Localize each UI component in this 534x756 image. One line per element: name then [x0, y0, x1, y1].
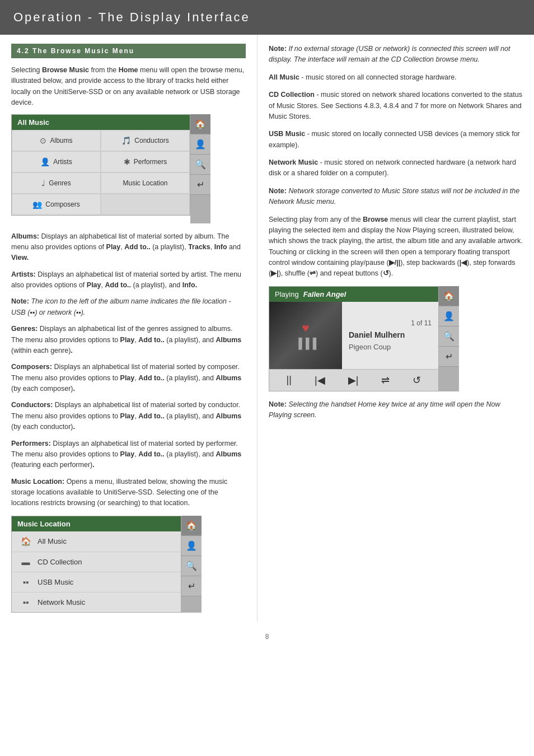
playing-artist: Daniel Mulhern [349, 330, 432, 339]
cd-collection-icon: ▬ [20, 557, 32, 567]
sidebar-search-btn[interactable]: 🔍 [190, 155, 210, 175]
page-header: Operation - The Display Interface [0, 0, 534, 35]
cd-collection-item-label: CD Collection [38, 558, 82, 566]
play-text: Selecting play from any of the Browse me… [269, 214, 523, 279]
playing-back-btn[interactable]: ↵ [439, 347, 459, 367]
network-music-desc: Network Music - music stored on network … [269, 157, 523, 179]
all-music-item-label: All Music [38, 537, 67, 545]
performers-icon: ✱ [124, 157, 130, 166]
music-loc-search-btn[interactable]: 🔍 [181, 556, 202, 576]
conductors-icon: 🎵 [121, 136, 131, 145]
playing-box: Playing Fallen Angel ♥ ▐▐▐ 1 of 11 Danie… [269, 286, 439, 391]
all-music-box: All Music ⊙ Albums 🎵 Conductors [11, 114, 190, 216]
note2: Note: Network storage converted to Music… [269, 186, 523, 208]
performers-label-bold: Performers: [11, 440, 51, 447]
performers-para: Performers: Displays an alphabetical lis… [11, 438, 246, 471]
music-location-para: Music Location: Opens a menu, illustrate… [11, 477, 246, 509]
note1: Note: If no external storage (USB or net… [269, 44, 523, 66]
network-music-item-label: Network Music [38, 598, 85, 606]
artists-icon: 👤 [40, 157, 50, 166]
menu-row-3: ♩ Genres Music Location [12, 172, 190, 194]
albums-para: Albums: Displays an alphabetical list of… [11, 231, 246, 264]
usb-music-item[interactable]: ▪▪ USB Music [12, 572, 181, 592]
playing-content: ♥ ▐▐▐ 1 of 11 Daniel Mulhern Pigeon Coup [269, 302, 438, 369]
sidebar-user-btn[interactable]: 👤 [190, 134, 210, 155]
all-music-header: All Music [12, 115, 190, 130]
note-icon-bold: Note: [11, 297, 29, 305]
genres-label-bold: Genres: [11, 325, 38, 333]
menu-cell-composers[interactable]: 👥 Composers [12, 194, 101, 215]
all-music-sidebar: 🏠 👤 🔍 ↵ [190, 114, 210, 223]
intro-paragraph: Selecting Browse Music from the Home men… [11, 65, 246, 109]
composers-icon: 👥 [32, 200, 42, 209]
playing-user-btn[interactable]: 👤 [439, 306, 459, 326]
genres-icon: ♩ [41, 179, 45, 188]
menu-row-2: 👤 Artists ✱ Performers [12, 151, 190, 172]
all-music-menu-box: All Music ⊙ Albums 🎵 Conductors [11, 114, 190, 223]
music-location-box: Music Location 🏠 All Music ▬ CD Collecti… [11, 516, 181, 613]
all-music-menu-container: All Music ⊙ Albums 🎵 Conductors [11, 114, 202, 223]
cd-collection-item[interactable]: ▬ CD Collection [12, 552, 181, 572]
pause-btn[interactable]: || [283, 374, 295, 386]
music-location-label: Music Location [123, 179, 167, 187]
albums-label-bold: Albums: [11, 232, 39, 240]
playing-home-btn[interactable]: 🏠 [439, 286, 459, 306]
repeat-btn[interactable]: ↺ [409, 374, 424, 386]
shuffle-btn[interactable]: ⇌ [378, 374, 393, 386]
step-back-btn[interactable]: |◀ [311, 374, 329, 386]
genres-para: Genres: Displays an alphabetical list of… [11, 324, 246, 356]
menu-cell-genres[interactable]: ♩ Genres [12, 172, 101, 194]
note-icon-text: The icon to the left of the album name i… [11, 297, 231, 316]
music-loc-home-btn[interactable]: 🏠 [181, 516, 202, 536]
usb-music-item-label: USB Music [38, 578, 73, 586]
conductors-label-bold: Conductors: [11, 401, 53, 409]
menu-cell-empty [101, 194, 190, 215]
music-location-label-bold: Music Location: [11, 478, 64, 486]
network-music-item[interactable]: ▪▪ Network Music [12, 592, 181, 612]
playing-title: Fallen Angel [303, 290, 346, 298]
network-music-icon: ▪▪ [20, 598, 32, 607]
page-title: Operation - The Display Interface [13, 10, 250, 24]
playing-info: 1 of 11 Daniel Mulhern Pigeon Coup [342, 302, 438, 369]
right-column: Note: If no external storage (USB or net… [257, 35, 534, 622]
menu-row-1: ⊙ Albums 🎵 Conductors [12, 130, 190, 151]
step-forward-btn[interactable]: ▶| [345, 374, 362, 386]
usb-music-desc: USB Music - music stored on locally conn… [269, 129, 523, 151]
all-music-desc: All Music - music stored on all connecte… [269, 72, 523, 83]
usb-music-icon: ▪▪ [20, 577, 32, 587]
music-location-header: Music Location [12, 516, 181, 531]
playing-header: Playing Fallen Angel [269, 287, 438, 302]
music-loc-back-btn[interactable]: ↵ [181, 576, 202, 596]
sidebar-home-btn[interactable]: 🏠 [190, 114, 210, 134]
music-location-sidebar: 🏠 👤 🔍 ↵ [181, 516, 202, 613]
playing-search-btn[interactable]: 🔍 [439, 326, 459, 347]
menu-row-4: 👥 Composers [12, 194, 190, 215]
all-music-item[interactable]: 🏠 All Music [12, 531, 181, 552]
artists-label: Artists [53, 158, 72, 166]
composers-para: Composers: Displays an alphabetical list… [11, 362, 246, 394]
playing-track-num: 1 of 11 [349, 319, 432, 327]
playing-album: Pigeon Coup [349, 343, 432, 351]
performers-label: Performers [134, 158, 167, 166]
bars-icon: ▐▐▐ [295, 338, 316, 349]
menu-cell-conductors[interactable]: 🎵 Conductors [101, 130, 190, 151]
menu-cell-artists[interactable]: 👤 Artists [12, 151, 101, 172]
artwork-placeholder: ♥ ▐▐▐ [269, 302, 342, 369]
albums-label: Albums [50, 137, 72, 144]
page-number: 8 [0, 622, 534, 652]
menu-cell-albums[interactable]: ⊙ Albums [12, 130, 101, 151]
note-icon-para: Note: The icon to the left of the album … [11, 296, 246, 318]
cd-collection-desc: CD Collection - music stored on network … [269, 90, 523, 122]
playing-sidebar: 🏠 👤 🔍 ↵ [439, 286, 459, 391]
music-location-container: Music Location 🏠 All Music ▬ CD Collecti… [11, 516, 202, 613]
music-loc-user-btn[interactable]: 👤 [181, 536, 202, 556]
note3: Note: Selecting the handset Home key twi… [269, 399, 523, 421]
menu-cell-music-location[interactable]: Music Location [101, 172, 190, 194]
playing-controls: || |◀ ▶| ⇌ ↺ [269, 369, 438, 391]
sidebar-back-btn[interactable]: ↵ [190, 175, 210, 195]
composers-label-bold: Composers: [11, 363, 52, 371]
menu-cell-performers[interactable]: ✱ Performers [101, 151, 190, 172]
playing-word: Playing [275, 290, 299, 298]
artists-para: Artists: Displays an alphabetical list o… [11, 269, 246, 291]
circle-icon: ⊙ [40, 136, 46, 145]
